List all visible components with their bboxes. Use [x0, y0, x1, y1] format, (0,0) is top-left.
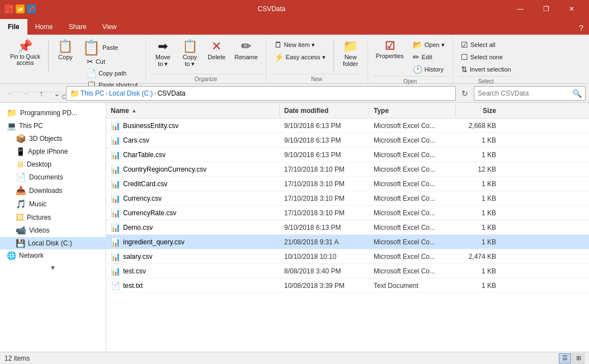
col-header-name[interactable]: Name ▲	[106, 105, 280, 117]
table-row[interactable]: 📊 ingredient_query.csv 21/08/2018 9:31 A…	[106, 235, 589, 249]
tab-share[interactable]: Share	[61, 19, 95, 35]
pin-to-quick-access-button[interactable]: 📌 Pin to Quickaccess	[7, 39, 44, 67]
file-name-label: Currency.csv	[123, 195, 162, 202]
close-button[interactable]: ✕	[559, 0, 585, 18]
open-label: Open	[373, 76, 448, 86]
path-sep-1: ›	[106, 89, 108, 97]
up-button[interactable]: ↑	[35, 87, 48, 100]
file-date-cell: 17/10/2018 3:10 PM	[280, 208, 369, 218]
sidebar-item-pictures[interactable]: 🖼 Pictures	[0, 211, 106, 224]
file-name-label: CreditCard.csv	[123, 180, 167, 188]
file-name-label: CountryRegionCurrency.csv	[123, 166, 206, 173]
main-area: 📁 Programming PD... 💻 This PC 📦 3D Objec…	[0, 103, 589, 352]
move-icon: ➡	[158, 40, 168, 53]
file-icon: 📊	[111, 209, 120, 218]
sidebar-item-this-pc[interactable]: 💻 This PC	[0, 120, 106, 132]
drive-icon: 💾	[16, 239, 25, 248]
easy-access-button[interactable]: ⚡ Easy access ▾	[271, 51, 329, 63]
sidebar-item-apple-iphone[interactable]: 📱 Apple iPhone	[0, 145, 106, 158]
select-all-button[interactable]: ☑ Select all	[458, 39, 515, 50]
table-row[interactable]: 📊 BusinessEntity.csv 9/10/2018 6:13 PM M…	[106, 119, 589, 133]
table-row[interactable]: 📄 test.txt 10/08/2018 3:39 PM Text Docum…	[106, 278, 589, 293]
file-size-cell: 1 KB	[456, 193, 501, 204]
history-button[interactable]: 🕐 History	[409, 64, 448, 75]
select-none-button[interactable]: ☐ Select none	[458, 51, 515, 63]
file-name-label: CharTable.csv	[123, 151, 166, 159]
table-row[interactable]: 📊 Cars.csv 9/10/2018 6:13 PM Microsoft E…	[106, 133, 589, 148]
new-item-button[interactable]: 🗒 New item ▾	[271, 39, 329, 50]
sidebar-item-videos[interactable]: 📹 Videos	[0, 224, 106, 237]
file-name-cell: 📄 test.txt	[106, 280, 280, 291]
open-button[interactable]: 📂 Open ▾	[409, 39, 448, 50]
copy-to-icon: 📋	[182, 40, 197, 53]
ribbon-tab-bar: File Home Share View ?	[0, 18, 589, 35]
help-button[interactable]: ?	[573, 21, 589, 35]
table-row[interactable]: 📊 CurrencyRate.csv 17/10/2018 3:10 PM Mi…	[106, 206, 589, 220]
sidebar-item-network[interactable]: 🌐 Network	[0, 249, 106, 262]
edit-button[interactable]: ✏ Edit	[409, 51, 448, 63]
file-size-cell: 1 KB	[456, 150, 501, 160]
address-path[interactable]: 📁 This PC › Local Disk (C:) › CSVData	[66, 86, 456, 101]
copy-path-button[interactable]: 📄 Copy path	[83, 68, 141, 79]
new-folder-button[interactable]: 📁 Newfolder	[338, 39, 363, 68]
tab-home[interactable]: Home	[27, 19, 61, 35]
file-date-cell: 17/10/2018 3:10 PM	[280, 193, 369, 204]
file-date-cell: 17/10/2018 3:10 PM	[280, 164, 369, 174]
rename-button[interactable]: ✏ Rename	[231, 39, 261, 62]
refresh-button[interactable]: ↻	[458, 87, 472, 100]
file-name-label: CurrencyRate.csv	[123, 209, 176, 217]
properties-button[interactable]: ☑ Properties	[373, 39, 407, 60]
large-icons-view-button[interactable]: ⊞	[572, 353, 585, 363]
details-view-button[interactable]: ☰	[559, 353, 571, 363]
copy-button[interactable]: 📋 Copy	[53, 39, 78, 62]
file-type-cell: Microsoft Excel Co...	[369, 237, 456, 247]
table-row[interactable]: 📊 Currency.csv 17/10/2018 3:10 PM Micros…	[106, 191, 589, 206]
search-input[interactable]	[478, 89, 572, 97]
col-header-date[interactable]: Date modified	[280, 105, 369, 117]
file-rows-container: 📊 BusinessEntity.csv 9/10/2018 6:13 PM M…	[106, 119, 589, 293]
col-header-type[interactable]: Type	[369, 105, 456, 117]
sidebar: 📁 Programming PD... 💻 This PC 📦 3D Objec…	[0, 103, 106, 352]
sidebar-item-local-disk[interactable]: 💾 Local Disk (C:)	[0, 237, 106, 249]
file-date-cell: 9/10/2018 6:13 PM	[280, 121, 369, 131]
table-row[interactable]: 📊 test.csv 8/08/2018 3:40 PM Microsoft E…	[106, 264, 589, 278]
search-box[interactable]: 🔍	[474, 86, 586, 101]
file-icon: 📊	[111, 121, 120, 130]
sidebar-item-music[interactable]: 🎵 Music	[0, 197, 106, 211]
file-size-cell: 1 KB	[456, 208, 501, 218]
sidebar-item-downloads[interactable]: 📥 Downloads	[0, 184, 106, 197]
sidebar-scroll-down[interactable]: ▼	[0, 262, 106, 274]
sidebar-item-3d-objects[interactable]: 📦 3D Objects	[0, 132, 106, 145]
file-icon: 📊	[111, 223, 120, 232]
rename-icon: ✏	[241, 40, 251, 53]
table-row[interactable]: 📊 salary.csv 10/10/2018 10:10 Microsoft …	[106, 249, 589, 264]
back-button[interactable]: ←	[3, 87, 17, 100]
path-local-disk: Local Disk (C:)	[109, 89, 153, 97]
sidebar-item-documents[interactable]: 📄 Documents	[0, 171, 106, 184]
minimize-button[interactable]: —	[507, 0, 533, 18]
table-row[interactable]: 📊 CountryRegionCurrency.csv 17/10/2018 3…	[106, 162, 589, 177]
cut-button[interactable]: ✂ Cut	[83, 56, 141, 67]
file-icon: 📊	[111, 136, 120, 145]
invert-selection-button[interactable]: ⇅ Invert selection	[458, 64, 515, 75]
table-row[interactable]: 📊 CreditCard.csv 17/10/2018 3:10 PM Micr…	[106, 177, 589, 191]
title-bar-icons: 📌 📁 📌	[4, 4, 36, 13]
table-row[interactable]: 📊 Demo.csv 9/10/2018 6:13 PM Microsoft E…	[106, 220, 589, 235]
move-to-button[interactable]: ➡ Moveto ▾	[150, 39, 175, 69]
select-content: ☑ Select all ☐ Select none ⇅ Invert sele…	[458, 37, 515, 75]
col-header-size[interactable]: Size	[456, 105, 501, 117]
forward-button[interactable]: →	[19, 87, 32, 100]
paste-button[interactable]: 📋 Paste	[80, 39, 141, 56]
file-type-cell: Microsoft Excel Co...	[369, 266, 456, 276]
file-name-cell: 📊 Cars.csv	[106, 135, 280, 146]
tab-file[interactable]: File	[0, 19, 27, 35]
sidebar-item-programming[interactable]: 📁 Programming PD...	[0, 106, 106, 120]
table-row[interactable]: 📊 CharTable.csv 9/10/2018 6:13 PM Micros…	[106, 148, 589, 162]
sidebar-item-desktop[interactable]: 🖥 Desktop	[0, 158, 106, 171]
recent-locations-button[interactable]: ⌄	[50, 87, 64, 100]
tab-view[interactable]: View	[95, 19, 125, 35]
maximize-button[interactable]: ❐	[533, 0, 559, 18]
copy-to-button[interactable]: 📋 Copyto ▾	[177, 39, 202, 69]
file-date-cell: 8/08/2018 3:40 PM	[280, 266, 369, 276]
delete-button[interactable]: ✕ Delete	[204, 39, 229, 62]
